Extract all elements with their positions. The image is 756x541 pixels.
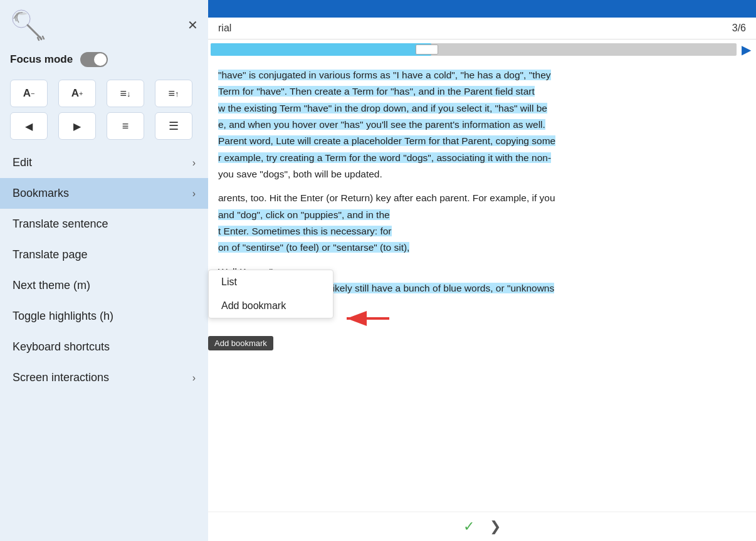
highlighted-text-7: and "dog", click on "puppies", and in th… — [218, 209, 390, 220]
sidebar-item-next-theme[interactable]: Next theme (m) — [0, 270, 208, 301]
progress-handle[interactable] — [416, 45, 438, 55]
sidebar-item-translate-sentence[interactable]: Translate sentence — [0, 209, 208, 239]
chevron-right-icon: › — [192, 157, 196, 169]
logo-icon — [10, 8, 48, 42]
sidebar-item-translate-sentence-label: Translate sentence — [13, 218, 108, 231]
align-justify-button[interactable]: ☰ — [155, 112, 192, 140]
line-spacing-decrease-button[interactable]: ≡↓ — [107, 80, 144, 107]
next-page-button[interactable]: ▶ — [58, 112, 96, 140]
focus-mode-label: Focus mode — [10, 53, 73, 66]
sidebar-item-bookmarks-label: Bookmarks — [13, 187, 69, 200]
sidebar-item-edit-label: Edit — [13, 156, 32, 169]
next-section-button[interactable]: ❯ — [490, 518, 501, 535]
sidebar-item-edit[interactable]: Edit › — [0, 147, 208, 178]
bottom-nav: ✓ ❯ — [208, 512, 756, 541]
sidebar-item-next-theme-label: Next theme (m) — [13, 279, 90, 292]
highlighted-text-2: Term for "have". Then create a Term for … — [218, 86, 535, 97]
highlighted-text-8: t Enter. Sometimes this is necessary: fo… — [218, 226, 392, 236]
page-header: rial 3/6 — [208, 18, 756, 39]
focus-mode-row: Focus mode — [0, 47, 208, 76]
dropdown-item-list[interactable]: List — [209, 270, 333, 294]
progress-bar-container: ▶ — [208, 39, 756, 60]
sidebar-item-screen-interactions-label: Screen interactions — [13, 371, 109, 384]
highlighted-text-1: "have" is conjugated in various forms as… — [218, 70, 551, 80]
page-title: rial — [218, 23, 231, 34]
chevron-right-icon: › — [192, 372, 196, 384]
text-normal-2: arents, too. Hit the Enter (or Return) k… — [218, 192, 555, 203]
sidebar-header: ✕ — [0, 0, 208, 47]
text-paragraph-1: "have" is conjugated in various forms as… — [218, 67, 746, 182]
sidebar-item-toggle-highlights[interactable]: Toggle highlights (h) — [0, 301, 208, 332]
sidebar-item-translate-page-label: Translate page — [13, 248, 87, 261]
progress-track[interactable] — [211, 43, 737, 56]
dropdown-item-add-bookmark[interactable]: Add bookmark — [209, 294, 333, 318]
close-button[interactable]: ✕ — [187, 19, 198, 31]
highlighted-text-3: w the existing Term "have" in the drop d… — [218, 103, 547, 113]
line-spacing-increase-button[interactable]: ≡↑ — [155, 80, 192, 107]
bookmarks-dropdown: List Add bookmark — [208, 270, 333, 318]
svg-line-1 — [28, 25, 41, 39]
svg-line-4 — [43, 36, 44, 39]
next-arrow-button[interactable]: ▶ — [742, 42, 751, 57]
progress-fill — [211, 43, 431, 56]
sidebar-item-bookmarks[interactable]: Bookmarks › — [0, 178, 208, 209]
align-left-button[interactable]: ≡ — [107, 112, 144, 140]
text-normal-1: you save "dogs", both will be updated. — [218, 169, 382, 179]
font-decrease-button[interactable]: A− — [10, 80, 48, 107]
check-button[interactable]: ✓ — [463, 518, 475, 535]
highlighted-text-9: on of "sentirse" (to feel) or "sentarse"… — [218, 242, 409, 253]
dropdown-item-list-label: List — [221, 276, 237, 287]
nav-menu: Edit › Bookmarks › Translate sentence Tr… — [0, 147, 208, 541]
top-bar — [208, 0, 756, 18]
sidebar-item-translate-page[interactable]: Translate page — [0, 239, 208, 270]
text-paragraph-2: arents, too. Hit the Enter (or Return) k… — [218, 190, 746, 256]
prev-page-button[interactable]: ◀ — [10, 112, 48, 140]
sidebar-item-screen-interactions[interactable]: Screen interactions › — [0, 362, 208, 393]
dropdown-item-add-bookmark-label: Add bookmark — [221, 300, 286, 311]
svg-line-2 — [38, 38, 39, 40]
focus-mode-toggle[interactable] — [80, 52, 108, 67]
toolbar-grid: A− A+ ≡↓ ≡↑ ◀ ▶ ≡ ☰ — [0, 76, 208, 147]
highlighted-text-6: r example, try creating a Term for the w… — [218, 152, 551, 163]
arrow-indicator — [342, 307, 392, 330]
add-bookmark-tooltip: Add bookmark — [208, 336, 273, 350]
sidebar-item-toggle-highlights-label: Toggle highlights (h) — [13, 310, 113, 323]
highlighted-text-5: Parent word, Lute will create a placehol… — [218, 135, 555, 146]
page-number: 3/6 — [732, 23, 746, 34]
sidebar-item-keyboard-shortcuts-label: Keyboard shortcuts — [13, 340, 110, 354]
font-increase-button[interactable]: A+ — [58, 80, 96, 107]
chevron-right-icon: › — [192, 188, 196, 199]
sidebar: ✕ Focus mode A− A+ ≡↓ ≡↑ ◀ ▶ ≡ ☰ — [0, 0, 208, 541]
logo-area — [10, 8, 48, 42]
highlighted-text-4: e, and when you hover over "has" you'll … — [218, 119, 545, 130]
sidebar-item-keyboard-shortcuts[interactable]: Keyboard shortcuts — [0, 332, 208, 362]
